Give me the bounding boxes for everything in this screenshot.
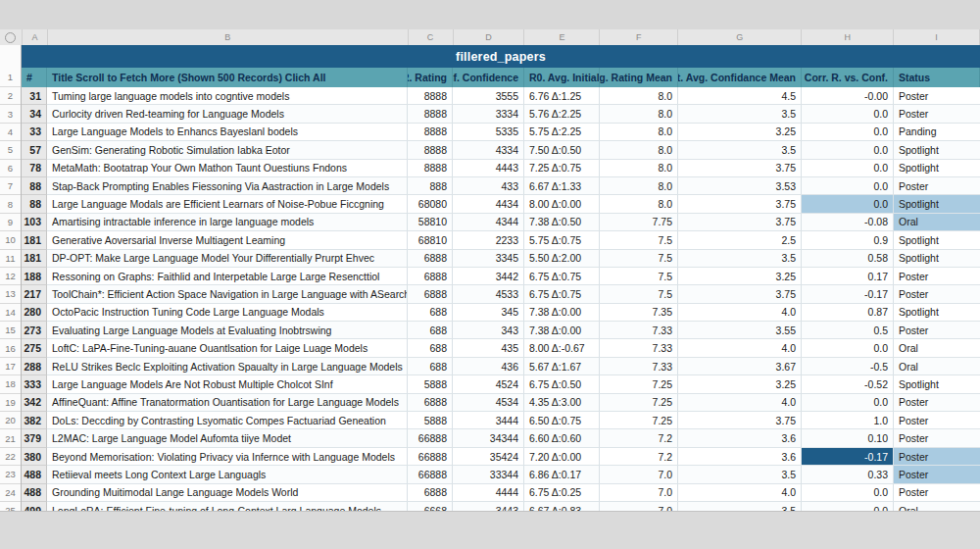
column-letter-D[interactable]: D <box>454 29 525 45</box>
cell-initial[interactable]: 6.75 Δ:0.75 <box>524 268 600 285</box>
column-header-corr[interactable]: Corr. R. vs. Conf. <box>802 68 894 87</box>
cell-title[interactable]: AffineQuant: Affine Tranatormation Ouant… <box>47 394 408 412</box>
cell-mean[interactable]: 7.33 <box>600 339 678 357</box>
cell-status[interactable]: Panding <box>894 124 980 141</box>
cell-initial[interactable]: 4.35 Δ:3.00 <box>524 394 600 412</box>
column-header-initial[interactable]: R0. Avg. Initial & Δ <box>524 68 600 87</box>
cell-title[interactable]: Large Language Models Are Not Robust Mul… <box>47 375 408 393</box>
column-letter-A[interactable]: A <box>23 29 48 45</box>
cell-rating[interactable]: 6888 <box>408 250 453 268</box>
row-number[interactable]: 7 <box>0 177 21 195</box>
cell-num[interactable]: 31 <box>22 87 47 105</box>
cell-corr[interactable]: -0.17 <box>802 448 894 466</box>
cell-corr[interactable]: 0.87 <box>802 304 894 322</box>
cell-rating[interactable]: 688 <box>408 358 453 375</box>
cell-num[interactable]: 88 <box>22 177 47 195</box>
cell-rating[interactable]: 8888 <box>408 87 453 105</box>
cell-conf[interactable]: 4524 <box>453 375 524 393</box>
cell-title[interactable]: MetaMath: Bootatrap Your Own Mathon Taun… <box>47 160 408 177</box>
row-number[interactable]: 11 <box>0 250 21 268</box>
cell-rating[interactable]: 68810 <box>408 231 453 249</box>
row-number[interactable]: 23 <box>0 466 21 483</box>
cell-status[interactable]: Spotlight <box>894 250 980 268</box>
column-letter-C[interactable]: C <box>409 29 454 45</box>
row-number[interactable]: 17 <box>0 358 21 375</box>
cell-title[interactable]: Generative Aoversarial Inverse Multiagen… <box>47 231 408 249</box>
cell-conf_mean[interactable]: 3.5 <box>678 466 802 483</box>
cell-initial[interactable]: 5.76 Δ:2.25 <box>524 105 600 123</box>
cell-mean[interactable]: 7.0 <box>600 484 678 502</box>
cell-conf[interactable]: 3444 <box>453 412 524 429</box>
cell-rating[interactable]: 66888 <box>408 448 453 466</box>
column-header-num[interactable]: # <box>22 68 47 87</box>
cell-mean[interactable]: 8.0 <box>600 124 678 141</box>
cell-status[interactable]: Poster <box>894 87 980 105</box>
cell-conf[interactable]: 345 <box>453 304 524 322</box>
cell-initial[interactable]: 5.50 Δ:2.00 <box>524 250 600 268</box>
cell-initial[interactable]: 6.60 Δ:0.60 <box>524 429 600 447</box>
row-number[interactable]: 4 <box>0 124 21 141</box>
cell-status[interactable]: Poster <box>894 429 980 447</box>
cell-rating[interactable]: 66888 <box>408 466 453 483</box>
cell-conf[interactable]: 3345 <box>453 250 524 268</box>
cell-initial[interactable]: 5.75 Δ:0.75 <box>524 231 600 249</box>
cell-mean[interactable]: 7.5 <box>600 250 678 268</box>
cell-num[interactable]: 188 <box>22 268 47 285</box>
cell-rating[interactable]: 8888 <box>408 124 453 141</box>
cell-conf_mean[interactable]: 4.0 <box>678 304 802 322</box>
cell-initial[interactable]: 7.38 Δ:0.50 <box>524 214 600 231</box>
column-letter-B[interactable]: B <box>48 29 409 45</box>
row-number[interactable]: 1 <box>0 68 21 87</box>
cell-title[interactable]: Stap-Back Prompting Enables Fiessoning V… <box>47 177 408 195</box>
cell-title[interactable]: L2MAC: Large Language Model Aufomta tiiy… <box>47 429 408 447</box>
cell-status[interactable]: Poster <box>894 466 980 483</box>
cell-conf[interactable]: 436 <box>453 358 524 375</box>
cell-initial[interactable]: 7.38 Δ:0.00 <box>524 322 600 339</box>
cell-mean[interactable]: 7.33 <box>600 322 678 339</box>
cell-conf[interactable]: 4434 <box>453 195 524 213</box>
cell-corr[interactable]: 0.0 <box>802 195 894 213</box>
cell-title[interactable]: DoLs: Deccding by Contrasting Lsyomatic … <box>47 412 408 429</box>
cell-corr[interactable]: 0.9 <box>802 231 894 249</box>
cell-status[interactable]: Oral <box>894 358 980 375</box>
cell-num[interactable]: 275 <box>22 339 47 357</box>
cell-mean[interactable]: 8.0 <box>600 177 678 195</box>
row-number[interactable]: 19 <box>0 394 21 412</box>
row-number[interactable]: 2 <box>0 87 21 105</box>
cell-status[interactable]: Spotlight <box>894 195 980 213</box>
cell-conf_mean[interactable]: 3.6 <box>678 429 802 447</box>
cell-initial[interactable]: 6.75 Δ:0.75 <box>524 285 600 303</box>
cell-mean[interactable]: 7.5 <box>600 231 678 249</box>
row-number[interactable]: 14 <box>0 304 21 322</box>
cell-corr[interactable]: -0.17 <box>802 285 894 303</box>
cell-rating[interactable]: 68080 <box>408 195 453 213</box>
cell-num[interactable]: 273 <box>22 322 47 339</box>
cell-conf[interactable]: 34344 <box>453 429 524 447</box>
cell-num[interactable]: 382 <box>22 412 47 429</box>
cell-title[interactable]: DP-OPT: Make Large Language Model Your D… <box>47 250 408 268</box>
cell-title[interactable]: Amartising intractable inference in larg… <box>47 214 408 231</box>
cell-num[interactable]: 280 <box>22 304 47 322</box>
cell-conf_mean[interactable]: 3.75 <box>678 195 802 213</box>
cell-rating[interactable]: 58810 <box>408 214 453 231</box>
cell-status[interactable]: Poster <box>894 412 980 429</box>
column-letter-E[interactable]: E <box>524 29 600 45</box>
cell-rating[interactable]: 8888 <box>408 141 453 159</box>
cell-corr[interactable]: 0.0 <box>802 177 894 195</box>
cell-mean[interactable]: 8.0 <box>600 195 678 213</box>
cell-rating[interactable]: 6888 <box>408 285 453 303</box>
cell-conf[interactable]: 33344 <box>453 466 524 483</box>
cell-corr[interactable]: 0.0 <box>802 484 894 502</box>
row-number[interactable]: 3 <box>0 105 21 123</box>
cell-rating[interactable]: 688 <box>408 322 453 339</box>
cell-num[interactable]: 78 <box>22 160 47 177</box>
cell-initial[interactable]: 5.75 Δ:2.25 <box>524 124 600 141</box>
cell-corr[interactable]: 0.0 <box>802 160 894 177</box>
cell-title[interactable]: GenSim: Generating Robotic Simulation Ia… <box>47 141 408 159</box>
cell-rating[interactable]: 688 <box>408 339 453 357</box>
row-number[interactable]: 16 <box>0 339 21 357</box>
column-header-mean[interactable]: R. Avg. Rating Mean <box>600 68 678 87</box>
cell-conf_mean[interactable]: 3.25 <box>678 375 802 393</box>
cell-status[interactable]: Oral <box>894 339 980 357</box>
cell-num[interactable]: 57 <box>22 141 47 159</box>
